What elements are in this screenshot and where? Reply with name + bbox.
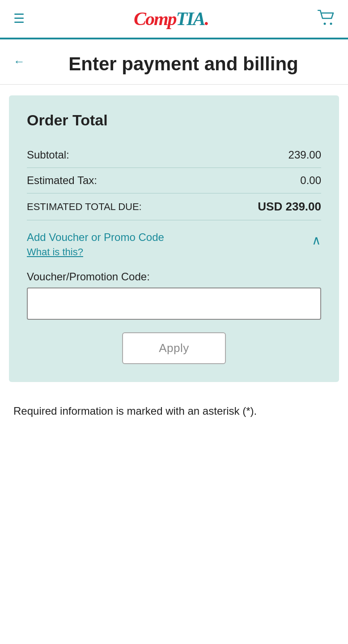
menu-icon[interactable]: ☰: [13, 13, 25, 25]
cart-icon[interactable]: [318, 10, 335, 28]
voucher-toggle-left: Add Voucher or Promo Code What is this?: [27, 231, 164, 258]
voucher-what-is-this[interactable]: What is this?: [27, 246, 164, 258]
total-label: ESTIMATED TOTAL DUE:: [27, 201, 142, 213]
chevron-up-icon[interactable]: ∧: [312, 233, 321, 248]
apply-button[interactable]: Apply: [122, 332, 226, 364]
total-row: ESTIMATED TOTAL DUE: USD 239.00: [27, 193, 321, 220]
tax-value: 0.00: [300, 174, 321, 187]
total-value: USD 239.00: [258, 200, 321, 214]
voucher-form: Voucher/Promotion Code: Apply: [27, 270, 321, 364]
apply-btn-wrap: Apply: [27, 332, 321, 364]
order-total-title: Order Total: [27, 112, 321, 129]
voucher-code-input[interactable]: [27, 288, 321, 320]
order-card: Order Total Subtotal: 239.00 Estimated T…: [9, 95, 339, 382]
svg-point-0: [323, 22, 326, 25]
required-info: Required information is marked with an a…: [0, 393, 348, 437]
page-title: Enter payment and billing: [32, 53, 335, 75]
subtotal-value: 239.00: [289, 149, 321, 161]
voucher-toggle-title[interactable]: Add Voucher or Promo Code: [27, 231, 164, 244]
svg-point-1: [330, 22, 332, 25]
page-title-section: ← Enter payment and billing: [0, 39, 348, 85]
voucher-toggle[interactable]: Add Voucher or Promo Code What is this? …: [27, 231, 321, 258]
logo: CompTIA.: [134, 8, 208, 30]
subtotal-row: Subtotal: 239.00: [27, 142, 321, 168]
header: ☰ CompTIA.: [0, 0, 348, 39]
tax-label: Estimated Tax:: [27, 174, 97, 187]
tax-row: Estimated Tax: 0.00: [27, 168, 321, 193]
subtotal-label: Subtotal:: [27, 149, 69, 161]
voucher-code-label: Voucher/Promotion Code:: [27, 270, 321, 283]
back-arrow[interactable]: ←: [13, 55, 25, 69]
